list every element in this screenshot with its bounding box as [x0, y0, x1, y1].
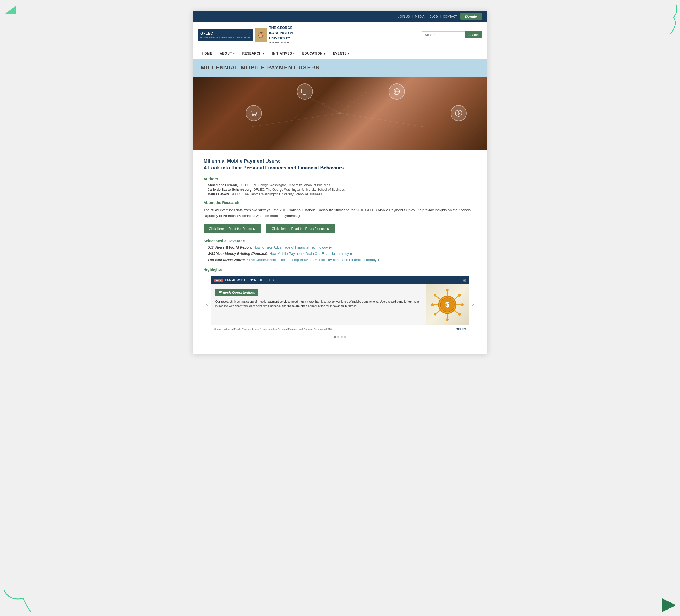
corner-decoration-tr	[654, 1, 679, 36]
svg-text:$: $	[457, 111, 460, 115]
svg-line-4	[252, 113, 340, 127]
carousel-dot-2[interactable]	[337, 336, 339, 338]
card-expand-icon[interactable]: ⊕	[463, 278, 466, 283]
highlight-card-wrapper: ‹ Save ENNIAL MOBILE PAYMENT USERS ⊕ Fin…	[203, 276, 477, 333]
carousel-dot-1[interactable]	[334, 336, 336, 338]
media-item-1: U.S. News & World Report: How to Take Ad…	[207, 245, 477, 250]
svg-point-39	[458, 294, 461, 297]
svg-point-38	[446, 289, 449, 291]
carousel-prev-button[interactable]: ‹	[203, 298, 211, 310]
svg-point-6	[339, 112, 341, 114]
topbar-media[interactable]: MEDIA	[415, 15, 424, 18]
author-2: Carlo de Bassa Scheresberg, GFLEC, The G…	[207, 188, 477, 192]
article-title: Millennial Mobile Payment Users: A Look …	[203, 158, 477, 171]
nav-initiatives[interactable]: INITIATIVES ▾	[268, 48, 299, 59]
card-text: Our research finds that users of mobile …	[216, 299, 422, 308]
card-body: Fintech Opportunities Our research finds…	[211, 285, 469, 325]
nav-education[interactable]: EDUCATION ▾	[299, 48, 329, 59]
highlights-label: Highlights	[203, 267, 477, 271]
media-link-2[interactable]: How Mobile Payments Drain Our Financial …	[270, 252, 353, 256]
gflec-footer-logo: GFLEC	[456, 327, 466, 331]
nav-research[interactable]: RESEARCH ▾	[239, 48, 268, 59]
svg-point-40	[461, 303, 463, 306]
read-report-button[interactable]: Click Here to Read the Report ▶	[203, 224, 261, 233]
topbar-join-us[interactable]: JOIN US	[398, 15, 410, 18]
svg-rect-18	[302, 89, 308, 93]
svg-point-8	[365, 92, 366, 93]
card-footer: Source: Millennial Mobile Payment Users:…	[211, 325, 469, 333]
author-1-name: Annamaria Lusardi,	[207, 183, 238, 187]
svg-point-44	[431, 303, 434, 306]
svg-line-3	[340, 93, 366, 113]
author-1: Annamaria Lusardi, GFLEC, The George Was…	[207, 183, 477, 187]
carousel-dots	[203, 336, 477, 338]
svg-point-27	[255, 115, 256, 116]
card-image-side: $	[426, 285, 469, 325]
hero-icon-globe	[389, 84, 405, 100]
svg-point-10	[422, 126, 423, 127]
nav-events[interactable]: EVENTS ▾	[329, 48, 353, 59]
authors-label: Authors	[203, 177, 477, 181]
card-subtitle: Fintech Opportunities	[216, 289, 258, 296]
save-badge: Save	[214, 278, 223, 282]
gflec-owl-icon: 🦉	[255, 28, 267, 42]
media-item-2: WSJ Your Money Briefing (Podcast): How M…	[207, 252, 477, 256]
hero-icon-display	[297, 84, 313, 100]
highlights-section: Highlights ‹ Save ENNIAL MOBILE PAYMENT …	[203, 267, 477, 338]
read-press-release-button[interactable]: Click Here to Read the Press Release ▶	[266, 224, 335, 233]
highlight-card: Save ENNIAL MOBILE PAYMENT USERS ⊕ Finte…	[211, 276, 470, 333]
corner-decoration-tl	[4, 4, 18, 18]
card-top-bar: Save ENNIAL MOBILE PAYMENT USERS ⊕	[211, 276, 469, 285]
svg-point-43	[434, 313, 436, 316]
university-name: THE GEORGE WASHINGTON UNIVERSITY WASHING…	[269, 25, 293, 45]
media-source-1: U.S. News & World Report:	[207, 245, 252, 250]
media-link-1[interactable]: How to Take Advantage of Financial Techn…	[254, 245, 332, 250]
carousel-dot-3[interactable]	[341, 336, 343, 338]
media-label: Select Media Coverage	[203, 239, 477, 243]
page-title: MILLENNIAL MOBILE PAYMENT USERS	[201, 65, 479, 71]
search-button[interactable]: Search	[465, 31, 482, 38]
carousel-dot-4[interactable]	[344, 336, 346, 338]
media-source-3: The Wall Street Journal:	[207, 258, 248, 262]
carousel-next-button[interactable]: ›	[469, 298, 477, 310]
univ-line3: UNIVERSITY	[269, 36, 293, 41]
hero-icon-dollar: $	[451, 105, 467, 121]
gflec-sub-text: GLOBAL FINANCIAL LITERACY EXCELLENCE CEN…	[200, 36, 251, 39]
page-wrapper: JOIN US | MEDIA | BLOG | CONTACT Donate …	[193, 11, 487, 354]
fintech-coin-graphic: $	[428, 286, 466, 324]
svg-marker-0	[5, 5, 16, 13]
media-link-3[interactable]: The Uncomfortable Relationship Between M…	[249, 258, 380, 262]
hero-icon-cart	[246, 105, 262, 121]
article-title-line2: A Look into their Personal Finances and …	[203, 165, 343, 171]
nav-about[interactable]: ABOUT ▾	[216, 48, 239, 59]
donate-button[interactable]: Donate	[460, 13, 482, 20]
author-3-affil: GFLEC, The George Washington University …	[230, 193, 322, 196]
card-footer-source: Source: Millennial Mobile Payment Users:…	[214, 328, 333, 330]
page-title-band: MILLENNIAL MOBILE PAYMENT USERS	[193, 59, 487, 77]
article-title-line1: Millennial Mobile Payment Users:	[203, 158, 281, 164]
authors-list: Annamaria Lusardi, GFLEC, The George Was…	[203, 183, 477, 196]
page-bottom-padding	[193, 346, 487, 354]
svg-line-5	[340, 113, 422, 127]
univ-location: WASHINGTON, DC	[269, 41, 293, 45]
nav-bar: HOME ABOUT ▾ RESEARCH ▾ INITIATIVES ▾ ED…	[193, 48, 487, 59]
topbar-blog[interactable]: BLOG	[429, 15, 438, 18]
svg-point-42	[446, 318, 449, 321]
main-content: Millennial Mobile Payment Users: A Look …	[193, 150, 487, 346]
top-bar: JOIN US | MEDIA | BLOG | CONTACT Donate	[193, 11, 487, 22]
search-area: Search	[422, 31, 482, 38]
topbar-contact[interactable]: CONTACT	[443, 15, 457, 18]
author-1-affil: GFLEC, The George Washington University …	[239, 183, 330, 187]
media-item-3: The Wall Street Journal: The Uncomfortab…	[207, 258, 477, 262]
gflec-text: GFLEC	[200, 31, 251, 36]
author-2-affil: GFLEC, The George Washington University …	[253, 188, 345, 192]
svg-point-9	[252, 126, 253, 127]
nav-home[interactable]: HOME	[198, 48, 216, 59]
search-input[interactable]	[422, 31, 465, 38]
author-3-name: Melissa Avery,	[207, 193, 230, 196]
svg-line-16	[295, 104, 322, 117]
topbar-links: JOIN US | MEDIA | BLOG | CONTACT	[398, 15, 457, 18]
card-text-side: Fintech Opportunities Our research finds…	[211, 285, 426, 325]
cta-buttons: Click Here to Read the Report ▶ Click He…	[203, 224, 477, 233]
svg-point-41	[458, 313, 461, 316]
